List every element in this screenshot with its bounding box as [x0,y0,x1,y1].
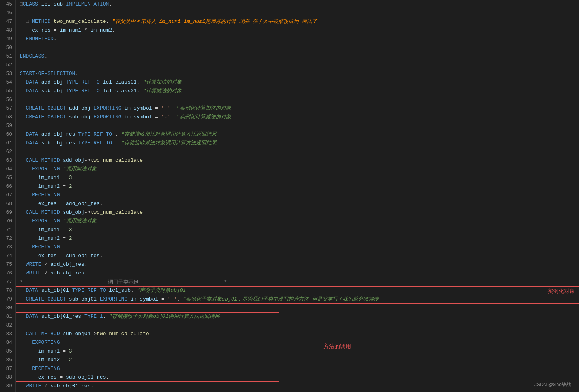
line-number: 55 [3,87,12,95]
line-number: 53 [3,69,12,78]
code-line: CALL METHOD sub_obj->two_num_calculate [20,208,579,217]
code-content[interactable]: □CLASS lcl_sub IMPLEMENTATION. □ METHOD … [16,0,579,392]
line-number: 54 [3,78,12,87]
code-line: EXPORTING "调用加法对象 [20,165,579,174]
code-line: DATA sub_obj01_res TYPE i. "存储接收子类对象obj0… [20,312,579,321]
line-number: 85 [3,347,12,356]
line-number: 68 [3,200,12,208]
code-line [20,95,579,104]
code-line: □ METHOD two_num_calculate. "在父类中本来传入 im… [20,17,579,26]
code-line: CREATE OBJECT sub_obj01 EXPORTING im_sym… [20,295,579,304]
code-line [20,9,579,17]
line-number: 80 [3,304,12,312]
line-number: 89 [3,382,12,390]
code-line: WRITE / add_obj_res. [20,260,579,269]
line-number: 58 [3,113,12,121]
code-line: im_num1 = 3 [20,226,579,234]
code-line: RECEIVING [20,364,579,373]
line-number: 56 [3,95,12,104]
watermark: CSDN @xiao战战 [533,381,571,388]
line-number: 84 [3,338,12,347]
line-number: 66 [3,182,12,191]
code-line [20,321,579,330]
line-number: 64 [3,165,12,174]
line-number: 60 [3,130,12,139]
code-line: im_num2 = 2 [20,356,579,364]
code-line: im_num2 = 2 [20,182,579,191]
code-line [20,43,579,52]
line-number: 51 [3,52,12,61]
line-number: 52 [3,61,12,69]
code-line: DATA sub_obj01 TYPE REF TO lcl_sub. "声明子… [20,286,579,295]
line-number: 73 [3,243,12,252]
line-numbers: 4546474849505152535455565758596061626364… [0,0,16,392]
code-line: START-OF-SELECTION. [20,69,579,78]
code-line: EXPORTING [20,338,579,347]
line-number: 69 [3,208,12,217]
line-number: 70 [3,217,12,226]
code-line: CREATE OBJECT sub_obj EXPORTING im_symbo… [20,113,579,121]
line-number: 50 [3,43,12,52]
line-number: 45 [3,0,12,9]
code-line: WRITE / sub_obj_res. [20,269,579,278]
code-line: □CLASS lcl_sub IMPLEMENTATION. [20,0,579,9]
code-line [20,304,579,312]
annotation-label-fangfa: 方法的调用 [323,343,351,350]
line-number: 62 [3,147,12,156]
line-number: 72 [3,234,12,243]
line-number: 81 [3,312,12,321]
code-line: RECEIVING [20,243,579,252]
code-line [20,121,579,130]
code-line: ex_res = sub_obj_res. [20,252,579,260]
code-line [20,61,579,69]
line-number: 77 [3,278,12,286]
code-line: CALL METHOD sub_obj01->two_num_calculate [20,330,579,338]
line-number: 46 [3,9,12,17]
code-line: CREATE OBJECT add_obj EXPORTING im_symbo… [20,104,579,113]
code-line: DATA add_obj TYPE REF TO lcl_class01. "计… [20,78,579,87]
code-area: 4546474849505152535455565758596061626364… [0,0,579,392]
code-line: ex_res = add_obj_res. [20,200,579,208]
line-number: 71 [3,226,12,234]
line-number: 79 [3,295,12,304]
editor-container: 4546474849505152535455565758596061626364… [0,0,579,392]
code-line [20,147,579,156]
code-line: WRITE / sub_obj01_res. [20,382,579,390]
line-number: 59 [3,121,12,130]
code-line: CALL METHOD add_obj->two_num_calculate [20,156,579,165]
code-line: ENDCLASS. [20,52,579,61]
annotation-label-shili: 实例化对象 [547,288,575,295]
code-line: ex_res = sub_obj01_res. [20,373,579,382]
code-line: im_num1 = 3 [20,174,579,182]
line-number: 57 [3,104,12,113]
code-line: DATA sub_obj TYPE REF TO lcl_class01. "计… [20,87,579,95]
code-line: im_num1 = 3 [20,347,579,356]
line-number: 78 [3,286,12,295]
code-line: EXPORTING "调用减法对象 [20,217,579,226]
code-line: DATA add_obj_res TYPE REF TO . "存储接收加法对象… [20,130,579,139]
line-number: 76 [3,269,12,278]
code-line: DATA sub_obj_res TYPE REF TO . "存储接收减法对象… [20,139,579,147]
line-number: 87 [3,364,12,373]
line-number: 63 [3,156,12,165]
line-number: 82 [3,321,12,330]
line-number: 83 [3,330,12,338]
line-number: 75 [3,260,12,269]
line-number: 48 [3,26,12,35]
line-number: 49 [3,35,12,43]
code-line: ENDMETHOD. [20,35,579,43]
line-number: 61 [3,139,12,147]
line-number: 67 [3,191,12,200]
code-line: *——————————————————————————————调用子类示例———… [20,278,579,286]
line-number: 47 [3,17,12,26]
line-number: 74 [3,252,12,260]
line-number: 88 [3,373,12,382]
code-line: ex_res = im_num1 * im_num2. [20,26,579,35]
line-number: 65 [3,174,12,182]
line-number: 86 [3,356,12,364]
code-line: RECEIVING [20,191,579,200]
code-line: im_num2 = 2 [20,234,579,243]
